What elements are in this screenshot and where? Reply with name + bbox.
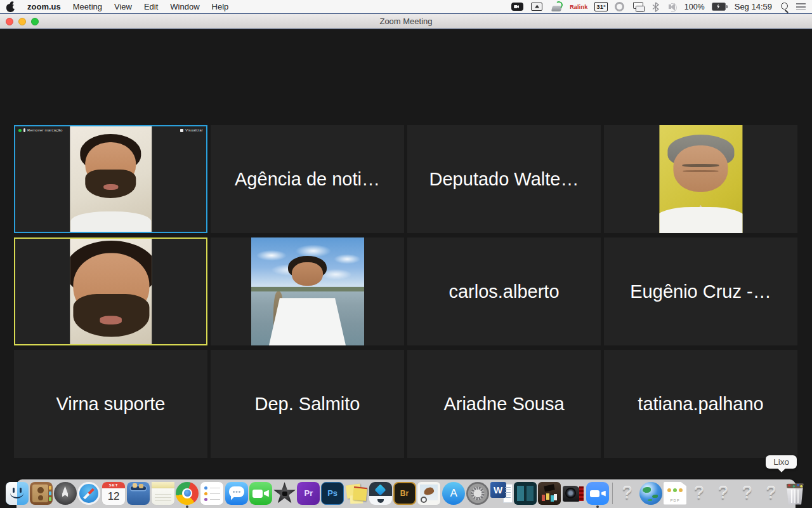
participant-tile-1[interactable]: Remover marcaçãoVisualizar bbox=[14, 125, 207, 233]
dock-icon-stickies[interactable] bbox=[345, 482, 368, 505]
dock-icon-notes[interactable] bbox=[151, 481, 175, 505]
participant-tile-2[interactable]: Agência de noti… bbox=[211, 125, 404, 233]
dock-icon-question1[interactable]: ? bbox=[616, 482, 639, 505]
participant-name: Agência de noti… bbox=[235, 169, 380, 190]
participant-tile-4[interactable] bbox=[604, 125, 797, 233]
close-window-button[interactable] bbox=[6, 18, 13, 25]
menu-item-meeting[interactable]: Meeting bbox=[73, 2, 102, 11]
participant-tile-9[interactable]: Virna suporte bbox=[14, 350, 207, 458]
view-icon bbox=[180, 129, 183, 132]
creative-cloud-icon[interactable] bbox=[615, 0, 624, 14]
dock-icon-messages[interactable] bbox=[225, 482, 248, 505]
participant-tile-8[interactable]: Eugênio Cruz -… bbox=[604, 237, 797, 345]
participant-video bbox=[659, 125, 742, 233]
participant-tile-12[interactable]: tatiana.palhano bbox=[604, 350, 797, 458]
dock-icon-toolbox[interactable] bbox=[538, 482, 561, 505]
dock-icon-globeapp[interactable] bbox=[639, 482, 662, 505]
participant-name: Deputado Walte… bbox=[429, 169, 579, 190]
overlay-right-label: Visualizar bbox=[185, 128, 203, 132]
participant-tile-6[interactable] bbox=[211, 237, 404, 345]
temperature-status[interactable]: 31° bbox=[594, 2, 607, 11]
meeting-gallery: Remover marcaçãoVisualizarAgência de not… bbox=[0, 29, 812, 508]
dock-icon-appstore[interactable]: A bbox=[442, 482, 465, 505]
menu-bar: zoom.usMeetingViewEditWindowHelp Ralink … bbox=[0, 0, 812, 14]
screen-mirroring-icon[interactable] bbox=[631, 0, 645, 14]
video-view-overlay[interactable]: Visualizar bbox=[180, 128, 203, 132]
trash-tooltip: Lixo bbox=[766, 455, 797, 469]
dock-icon-chrome[interactable] bbox=[176, 482, 199, 505]
participant-name: Ariadne Sousa bbox=[443, 394, 564, 415]
desktop: zoom.usMeetingViewEditWindowHelp Ralink … bbox=[0, 0, 812, 508]
participant-name: Eugênio Cruz -… bbox=[630, 281, 771, 302]
ralink-status-label[interactable]: Ralink bbox=[570, 0, 587, 14]
participant-name: tatiana.palhano bbox=[638, 394, 763, 415]
dock-icon-toast[interactable] bbox=[127, 482, 150, 505]
minimize-window-button[interactable] bbox=[18, 18, 26, 25]
bluetooth-icon[interactable] bbox=[652, 0, 659, 14]
participant-tile-10[interactable]: Dep. Salmito bbox=[211, 350, 404, 458]
fullscreen-window-button[interactable] bbox=[31, 18, 39, 25]
mic-icon bbox=[23, 128, 25, 132]
menu-item-help[interactable]: Help bbox=[212, 2, 229, 11]
dock-icon-photoshop[interactable]: Ps bbox=[321, 482, 344, 505]
menu-clock[interactable]: Seg 14:59 bbox=[735, 2, 772, 11]
dock-icon-imovie[interactable] bbox=[273, 482, 296, 505]
dock-icon-contacts[interactable] bbox=[30, 482, 53, 505]
dock-icon-filmora[interactable] bbox=[369, 482, 392, 505]
window-title: Zoom Meeting bbox=[0, 17, 812, 26]
menu-item-view[interactable]: View bbox=[114, 2, 132, 11]
apple-menu-icon[interactable] bbox=[6, 1, 15, 13]
spotlight-search-icon[interactable] bbox=[779, 0, 789, 14]
zoom-status-icon[interactable] bbox=[511, 0, 523, 14]
dock-icon-question5[interactable]: ? bbox=[759, 482, 782, 505]
dock-icon-tealapp[interactable] bbox=[514, 482, 537, 505]
dock-icon-bridge[interactable]: Br bbox=[393, 482, 416, 505]
running-indicator bbox=[596, 505, 599, 508]
menu-item-zoomus[interactable]: zoom.us bbox=[27, 2, 61, 11]
dock-icon-calendar[interactable]: SET12 bbox=[102, 481, 126, 505]
dock-icon-premiere[interactable]: Pr bbox=[297, 482, 320, 505]
dock-icon-finder[interactable] bbox=[6, 482, 29, 505]
dock-divider bbox=[612, 483, 613, 504]
dock-icon-launchpad[interactable] bbox=[54, 482, 77, 505]
dock-icon-pdfdoc[interactable]: PDF bbox=[664, 482, 686, 505]
window-title-bar[interactable]: Zoom Meeting bbox=[0, 14, 812, 29]
notification-center-icon[interactable] bbox=[796, 0, 806, 14]
running-indicator bbox=[186, 505, 188, 508]
dock-icon-question4[interactable]: ? bbox=[735, 482, 758, 505]
display-status-icon[interactable] bbox=[530, 0, 543, 14]
participant-tile-5[interactable] bbox=[14, 237, 207, 345]
menu-item-edit[interactable]: Edit bbox=[144, 2, 158, 11]
dock-icon-sysprefs[interactable] bbox=[466, 482, 489, 505]
volume-icon[interactable] bbox=[666, 0, 678, 14]
dock-icon-word[interactable]: W bbox=[490, 482, 513, 505]
dock-icon-reminders[interactable] bbox=[200, 481, 224, 505]
video-status-overlay: Remover marcação bbox=[18, 128, 63, 132]
overlay-left-label: Remover marcação bbox=[27, 128, 63, 132]
participant-video bbox=[70, 239, 152, 344]
participant-name: Virna suporte bbox=[56, 394, 166, 415]
connection-dot-icon bbox=[18, 129, 22, 132]
dock-icon-question2[interactable]: ? bbox=[688, 482, 710, 505]
menu-item-window[interactable]: Window bbox=[170, 2, 199, 11]
dock: SET12PrPsBrAW?PDF???? bbox=[16, 479, 796, 508]
dock-icon-preview[interactable] bbox=[417, 481, 441, 505]
participant-tile-7[interactable]: carlos.alberto bbox=[407, 237, 601, 345]
participant-video bbox=[70, 126, 152, 232]
dock-icon-safari[interactable] bbox=[77, 482, 100, 505]
participant-photo bbox=[251, 237, 364, 345]
dock-icon-facetime[interactable] bbox=[249, 482, 272, 505]
dock-icon-cameraapp[interactable] bbox=[562, 482, 585, 505]
participant-name: carlos.alberto bbox=[449, 281, 559, 302]
dock-icon-zoomapp[interactable] bbox=[586, 482, 609, 505]
battery-percent-label: 100% bbox=[684, 3, 705, 11]
battery-icon[interactable] bbox=[712, 3, 728, 11]
participant-name: Dep. Salmito bbox=[254, 394, 360, 415]
participant-tile-11[interactable]: Ariadne Sousa bbox=[407, 350, 601, 458]
participant-tile-3[interactable]: Deputado Walte… bbox=[407, 125, 601, 233]
wireless-adapter-icon[interactable] bbox=[550, 0, 563, 14]
dock-icon-question3[interactable]: ? bbox=[712, 482, 735, 505]
